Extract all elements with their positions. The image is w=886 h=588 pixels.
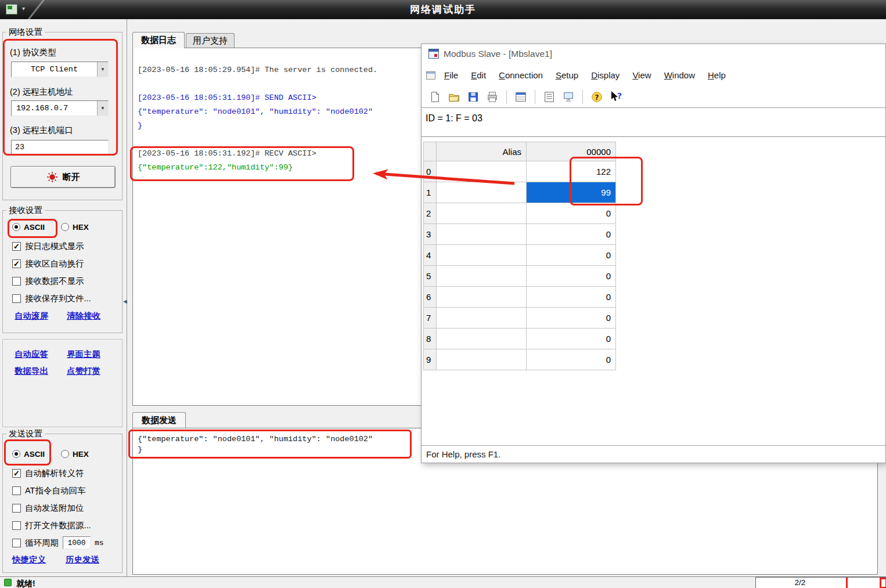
send-check-3[interactable]: 打开文件数据源... [12,517,118,534]
poll-definition-button[interactable] [542,89,557,104]
send-checkboxes: ✓自动解析转义符AT指令自动回车自动发送附加位打开文件数据源... [12,464,118,534]
alias-cell[interactable] [437,224,527,245]
modbus-titlebar[interactable]: Modbus Slave - [Mbslave1] [422,44,885,64]
screen: ▾ 网络调试助手 网络设置 (1) 协议类型 TCP Client ▼ (2) … [0,0,886,588]
alias-cell[interactable] [437,182,527,203]
receive-check-2[interactable]: 接收数据不显示 [12,272,118,290]
checkbox-icon[interactable]: ✓ [12,469,21,478]
value-cell[interactable]: 0 [527,224,616,245]
receive-hex-radio[interactable] [61,223,69,231]
alias-cell[interactable] [437,203,527,224]
menu-item-setup[interactable]: Setup [549,70,585,80]
send-ascii-radio[interactable] [12,450,20,458]
receive-check-0[interactable]: ✓按日志模式显示 [12,237,118,255]
remote-host-input[interactable]: 192.168.0.7 ▼ [11,100,109,116]
checkbox-icon[interactable] [12,486,21,495]
menu-item-view[interactable]: View [626,70,657,80]
open-folder-icon [448,91,460,103]
new-file-button[interactable] [427,89,442,104]
menu-item-edit[interactable]: Edit [464,70,492,80]
value-cell[interactable]: 0 [527,203,616,224]
checkbox-icon[interactable] [12,277,21,286]
disconnect-button[interactable]: 断开 [10,166,116,188]
send-hex-label: HEX [73,450,89,459]
shortcut-define-link[interactable]: 快捷定义 [12,554,46,565]
tab-user-support[interactable]: 用户支持 [186,33,235,48]
auto-reply-link[interactable]: 自动应答 [15,349,48,360]
modbus-toolbar: ? ? [422,86,885,108]
checkbox-label: 自动解析转义符 [25,468,84,479]
app-titlebar[interactable]: ▾ 网络调试助手 [0,0,886,19]
display-setup-button[interactable] [513,89,528,104]
value-cell[interactable]: 0 [527,329,616,349]
alias-cell[interactable] [437,329,527,349]
receive-check-3[interactable]: 接收保存到文件... [12,290,118,307]
print-button[interactable] [485,89,500,104]
data-export-link[interactable]: 数据导出 [15,366,48,377]
menu-item-help[interactable]: Help [701,70,732,80]
alias-cell[interactable] [437,287,527,308]
table-row: 70 [423,308,617,329]
address-column-header[interactable]: 00000 [527,142,616,161]
help-button[interactable]: ? [589,89,604,104]
open-file-button[interactable] [446,89,462,104]
tab-data-log[interactable]: 数据日志 [132,32,185,48]
receive-ascii-radio[interactable] [12,223,20,231]
value-cell[interactable]: 0 [527,266,616,287]
alias-cell[interactable] [437,245,527,266]
protocol-select[interactable]: TCP Client ▼ [11,62,109,77]
mdi-child-icon[interactable] [426,71,435,80]
alias-cell[interactable] [437,349,527,370]
history-send-link[interactable]: 历史发送 [66,554,99,565]
connection-led-icon [46,171,58,183]
value-cell[interactable]: 99 [527,182,616,203]
send-hex-radio[interactable] [61,450,69,458]
checkbox-icon[interactable] [12,521,21,530]
remote-port-input[interactable]: 23 [11,140,109,155]
tab-data-send[interactable]: 数据发送 [132,412,186,428]
send-check-2[interactable]: 自动发送附加位 [12,499,118,517]
alias-cell[interactable] [437,266,527,287]
autoscroll-link[interactable]: 自动滚屏 [15,311,48,322]
communication-button[interactable] [561,89,576,104]
value-cell[interactable]: 0 [527,349,616,370]
donate-link[interactable]: 点赞打赏 [67,366,100,377]
cycle-period-checkbox[interactable] [12,539,21,547]
value-cell[interactable]: 122 [527,161,616,182]
row-header-cell: 8 [423,329,437,349]
dropdown-arrow-icon[interactable]: ▼ [97,101,108,116]
modbus-title: Modbus Slave - [Mbslave1] [444,49,552,59]
context-help-button[interactable]: ? [608,89,624,104]
checkbox-label: 按日志模式显示 [25,241,84,252]
alias-column-header[interactable]: Alias [437,142,527,161]
dropdown-arrow-icon[interactable]: ▼ [97,62,108,77]
save-button[interactable] [466,89,481,104]
tools-group: 自动应答 界面主题 数据导出 点赞打赏 [2,339,123,427]
alias-cell[interactable] [437,161,527,182]
clear-receive-link[interactable]: 清除接收 [67,311,100,322]
ui-theme-link[interactable]: 界面主题 [67,349,100,360]
send-check-0[interactable]: ✓自动解析转义符 [12,464,118,482]
send-check-1[interactable]: AT指令自动回车 [12,482,118,499]
value-cell[interactable]: 0 [527,287,616,308]
menu-item-window[interactable]: Window [658,70,701,80]
checkbox-icon[interactable]: ✓ [12,242,21,251]
menu-item-connection[interactable]: Connection [492,70,549,80]
table-row: 60 [423,287,617,308]
value-cell[interactable]: 0 [527,245,616,266]
receive-settings-group: 接收设置 ASCII HEX ✓按日志模式显示✓接收区自动换行接收数据不显示接收… [2,210,123,333]
menu-item-display[interactable]: Display [585,70,626,80]
cycle-period-input[interactable]: 1000 [63,536,91,549]
sidebar-collapse-button[interactable]: ◄ [121,293,129,309]
checkbox-icon[interactable] [12,294,21,303]
protocol-type-label: (1) 协议类型 [10,47,56,58]
checkbox-label: 打开文件数据源... [25,520,91,531]
toolbar-separator [582,90,583,104]
checkbox-icon[interactable] [12,504,21,513]
receive-check-1[interactable]: ✓接收区自动换行 [12,255,118,272]
checkbox-icon[interactable]: ✓ [12,259,21,268]
alias-cell[interactable] [437,308,527,329]
value-cell[interactable]: 0 [527,308,616,329]
menu-item-file[interactable]: File [438,70,464,80]
modbus-statusbar: For Help, press F1. [422,445,885,463]
